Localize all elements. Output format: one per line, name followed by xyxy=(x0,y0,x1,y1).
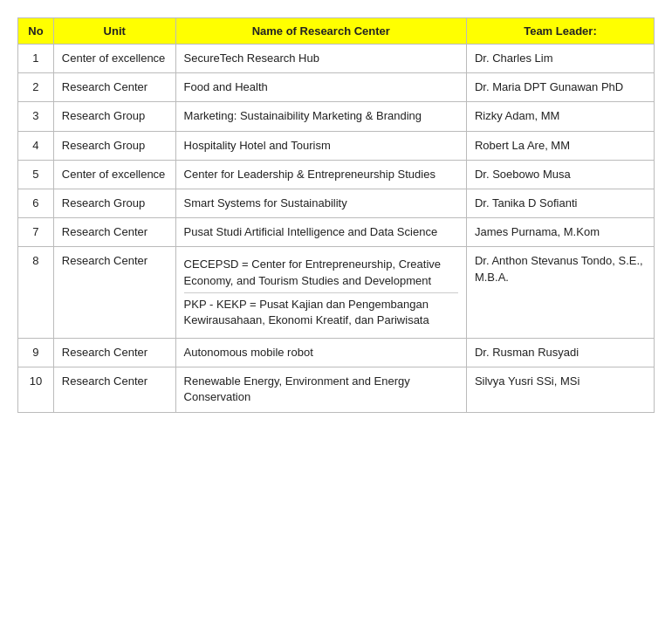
cell-no: 8 xyxy=(18,247,54,339)
table-row: 5Center of excellenceCenter for Leadersh… xyxy=(18,160,655,189)
cell-name: Hospitality Hotel and Tourism xyxy=(175,131,466,160)
table-row: 3Research GroupMarketing: Sustainaibilit… xyxy=(18,102,655,131)
header-leader: Team Leader: xyxy=(466,18,654,45)
table-row: 1Center of excellenceSecureTech Research… xyxy=(18,45,655,73)
cell-leader: Rizky Adam, MM xyxy=(466,102,654,131)
cell-no: 9 xyxy=(18,339,54,367)
cell-leader: Dr. Charles Lim xyxy=(466,45,654,73)
cell-unit: Research Group xyxy=(53,189,175,217)
cell-no: 4 xyxy=(18,131,54,160)
cell-unit: Research Group xyxy=(53,102,175,131)
cell-unit: Research Center xyxy=(53,367,175,412)
table-row: 9Research CenterAutonomous mobile robotD… xyxy=(18,339,655,367)
cell-name: Pusat Studi Artificial Intelligence and … xyxy=(175,218,466,247)
header-name: Name of Research Center xyxy=(175,18,466,45)
cell-name: Autonomous mobile robot xyxy=(175,339,466,367)
cell-name: Food and Health xyxy=(175,73,466,102)
cell-unit: Research Center xyxy=(53,247,175,339)
cell-no: 2 xyxy=(18,73,54,102)
cell-name: Smart Systems for Sustainability xyxy=(175,189,466,217)
cell-leader: Silvya Yusri SSi, MSi xyxy=(466,367,654,412)
cell-leader: Dr. Soebowo Musa xyxy=(466,160,654,189)
cell-no: 7 xyxy=(18,218,54,247)
cell-leader: Dr. Anthon Stevanus Tondo, S.E., M.B.A. xyxy=(466,247,654,339)
cell-unit: Center of excellence xyxy=(53,160,175,189)
cell-unit: Research Group xyxy=(53,131,175,160)
cell-name: CECEPSD = Center for Entrepreneurship, C… xyxy=(175,247,466,339)
cell-name: Marketing: Sustainaibility Marketing & B… xyxy=(175,102,466,131)
cell-unit: Research Center xyxy=(53,339,175,367)
cell-unit: Research Center xyxy=(53,73,175,102)
cell-no: 1 xyxy=(18,45,54,73)
cell-name-sub: PKP - KEKP = Pusat Kajian dan Pengembang… xyxy=(184,293,458,332)
cell-name: Renewable Energy, Environment and Energy… xyxy=(175,367,466,412)
cell-leader: Robert La Are, MM xyxy=(466,131,654,160)
table-row: 8Research CenterCECEPSD = Center for Ent… xyxy=(18,247,655,339)
cell-leader: Dr. Tanika D Sofianti xyxy=(466,189,654,217)
cell-name: Center for Leadership & Entrepreneurship… xyxy=(175,160,466,189)
table-row: 2Research CenterFood and HealthDr. Maria… xyxy=(18,73,655,102)
table-header-row: No Unit Name of Research Center Team Lea… xyxy=(18,18,655,45)
cell-name-sub: CECEPSD = Center for Entrepreneurship, C… xyxy=(184,253,458,292)
cell-no: 5 xyxy=(18,160,54,189)
research-center-table: No Unit Name of Research Center Team Lea… xyxy=(17,17,655,413)
cell-leader: Dr. Maria DPT Gunawan PhD xyxy=(466,73,654,102)
cell-leader: James Purnama, M.Kom xyxy=(466,218,654,247)
table-row: 10Research CenterRenewable Energy, Envir… xyxy=(18,367,655,412)
cell-no: 3 xyxy=(18,102,54,131)
cell-name: SecureTech Research Hub xyxy=(175,45,466,73)
header-unit: Unit xyxy=(53,18,175,45)
cell-unit: Research Center xyxy=(53,218,175,247)
header-no: No xyxy=(18,18,54,45)
cell-no: 10 xyxy=(18,367,54,412)
table-row: 6Research GroupSmart Systems for Sustain… xyxy=(18,189,655,217)
cell-unit: Center of excellence xyxy=(53,45,175,73)
cell-no: 6 xyxy=(18,189,54,217)
table-row: 7Research CenterPusat Studi Artificial I… xyxy=(18,218,655,247)
table-row: 4Research GroupHospitality Hotel and Tou… xyxy=(18,131,655,160)
cell-leader: Dr. Rusman Rusyadi xyxy=(466,339,654,367)
